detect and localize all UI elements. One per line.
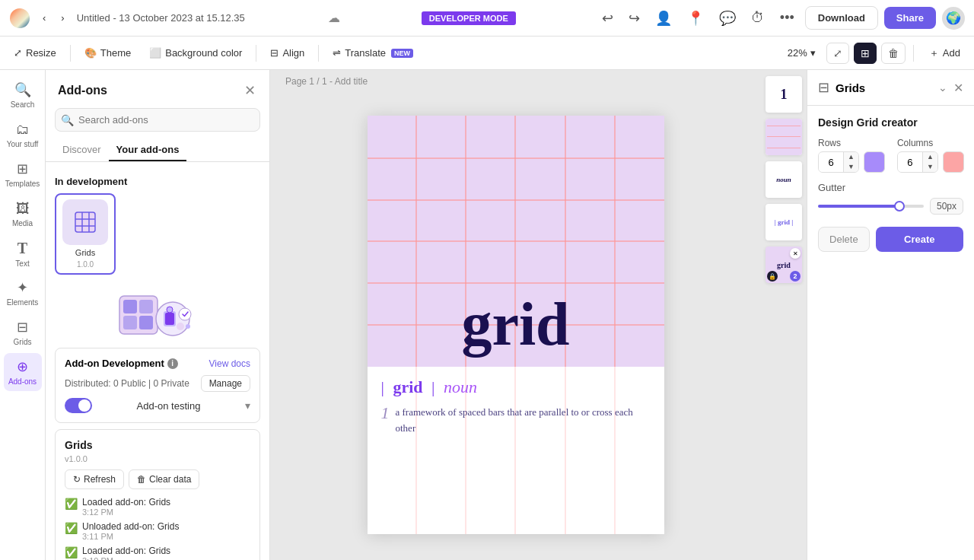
toggle-row: Add-on testing ▾ (65, 398, 250, 413)
grids-icon: ⊟ (17, 319, 28, 336)
grids-panel-chevron-btn[interactable]: ⌄ (938, 81, 947, 94)
document-title: Untitled - 13 October 2023 at 15.12.35 (77, 12, 322, 24)
addon-testing-toggle[interactable] (65, 398, 92, 413)
grids-version: v1.0.0 (65, 454, 250, 463)
sidebar-item-grids[interactable]: ⊟ Grids (4, 313, 42, 352)
new-badge: NEW (391, 49, 413, 58)
thumb-2[interactable] (766, 119, 802, 155)
search-input[interactable] (55, 108, 260, 132)
gutter-slider[interactable] (818, 205, 924, 208)
tab-your-addons[interactable]: Your add-ons (109, 139, 187, 161)
add-btn[interactable]: ＋ Add (921, 43, 968, 64)
sidebar-item-templates[interactable]: ⊞ Templates (4, 155, 42, 193)
undo-btn[interactable]: ↩ (597, 5, 618, 31)
fullscreen-btn[interactable]: ⤢ (826, 43, 849, 64)
timer-btn[interactable]: ⏱ (746, 5, 769, 30)
account-btn[interactable]: 👤 (651, 5, 676, 31)
thumb-4[interactable]: | grid | (766, 204, 802, 240)
success-icon: ✅ (65, 546, 78, 558)
thumb-1[interactable]: 1 (766, 76, 802, 113)
comments-btn[interactable]: 💬 (715, 5, 740, 31)
media-icon: 🖼 (16, 201, 30, 217)
download-button[interactable]: Download (805, 6, 878, 30)
toolbar2-right: 22% ▾ ⤢ ⊞ 🗑 ＋ Add (781, 43, 968, 64)
panel-actions: Delete Create (818, 227, 963, 252)
create-button[interactable]: Create (876, 227, 963, 252)
success-icon: ✅ (65, 522, 78, 534)
grids-section-header: Grids (65, 439, 250, 451)
theme-btn[interactable]: 🎨 Theme (77, 43, 138, 62)
close-icon[interactable]: ✕ (790, 248, 801, 259)
bg-color-icon: ⬜ (149, 47, 161, 59)
addons-close-btn[interactable]: ✕ (243, 81, 257, 100)
refresh-btn[interactable]: ↻ Refresh (65, 469, 124, 489)
avatar[interactable]: 🌍 (942, 7, 965, 30)
topbar-actions: ↩ ↪ 👤 📍 💬 ⏱ ••• Download Share 🌍 (597, 5, 965, 31)
sidebar-item-elements[interactable]: ✦ Elements (4, 274, 42, 312)
your-stuff-icon: 🗂 (16, 122, 30, 138)
resize-icon: ⤢ (14, 47, 22, 59)
thumb-3[interactable]: noun (766, 161, 802, 198)
nav-back-btn[interactable]: ‹ (37, 9, 52, 27)
canvas-area: Page 1 / 1 - Add title (270, 70, 761, 560)
delete-button[interactable]: Delete (818, 227, 870, 252)
right-thumbnails: 1 noun | grid | grid 🔒 2 ✕ (761, 70, 807, 560)
svg-point-13 (167, 307, 173, 313)
view-docs-link[interactable]: View docs (209, 358, 250, 369)
logo[interactable] (9, 8, 30, 29)
svg-rect-0 (75, 212, 95, 232)
rows-input[interactable] (819, 153, 843, 172)
addons-header: Add-ons ✕ (46, 70, 269, 108)
columns-color-swatch[interactable] (943, 151, 964, 173)
align-btn[interactable]: ⊟ Align (263, 43, 312, 62)
thumb-5[interactable]: grid 🔒 2 ✕ (766, 247, 802, 283)
sidebar-item-addons[interactable]: ⊕ Add-ons (4, 353, 42, 391)
addon-grid: Grids 1.0.0 (55, 193, 260, 275)
nav-forward-btn[interactable]: › (55, 9, 70, 27)
divider2 (256, 45, 256, 62)
zoom-control[interactable]: 22% ▾ (781, 44, 822, 62)
log-text: Loaded add-on: Grids (82, 497, 170, 508)
sidebar-item-text[interactable]: T Text (4, 234, 42, 272)
columns-input[interactable] (898, 153, 922, 172)
location-btn[interactable]: 📍 (683, 5, 708, 31)
columns-decrement-btn[interactable]: ▼ (922, 162, 937, 172)
resize-btn[interactable]: ⤢ Resize (6, 43, 64, 62)
canvas-word: grid (461, 290, 569, 359)
addons-panel: Add-ons ✕ 🔍 Discover Your add-ons In dev… (46, 70, 270, 560)
canvas-wrapper[interactable]: grid | grid (270, 90, 761, 560)
trash-btn[interactable]: 🗑 (881, 43, 906, 64)
bg-color-btn[interactable]: ⬜ Background color (142, 43, 250, 62)
success-icon: ✅ (65, 498, 78, 510)
rows-color-swatch[interactable] (864, 151, 885, 173)
svg-point-15 (177, 323, 184, 330)
count-badge: 2 (790, 271, 801, 282)
svg-rect-6 (123, 300, 137, 313)
columns-increment-btn[interactable]: ▲ (922, 152, 937, 162)
grids-addon-card[interactable]: Grids 1.0.0 (55, 193, 116, 275)
grids-addon-name: Grids (75, 248, 95, 257)
sidebar-item-search[interactable]: 🔍 Search (4, 76, 42, 114)
more-btn[interactable]: ••• (775, 5, 799, 30)
distributed-label: Distributed: 0 Public | 0 Private (65, 378, 189, 389)
sidebar-item-your-stuff[interactable]: 🗂 Your stuff (4, 116, 42, 154)
manage-btn[interactable]: Manage (201, 375, 250, 392)
grids-panel-header: ⊟ Grids ⌄ ✕ (807, 70, 974, 106)
list-item: ✅ Unloaded add-on: Grids 3:11 PM (65, 521, 250, 541)
divider1 (70, 45, 71, 62)
redo-btn[interactable]: ↪ (624, 5, 645, 31)
dev-illustration (55, 281, 260, 342)
clear-data-btn[interactable]: 🗑 Clear data (129, 469, 199, 489)
translate-btn[interactable]: ⇌ Translate NEW (325, 43, 421, 62)
share-button[interactable]: Share (884, 7, 936, 29)
rows-decrement-btn[interactable]: ▼ (843, 162, 858, 172)
sidebar-item-media[interactable]: 🖼 Media (4, 195, 42, 233)
tab-discover[interactable]: Discover (55, 139, 109, 161)
rows-increment-btn[interactable]: ▲ (843, 152, 858, 162)
left-nav: 🔍 Search 🗂 Your stuff ⊞ Templates 🖼 Medi… (0, 70, 46, 560)
grid-view-btn[interactable]: ⊞ (854, 43, 877, 64)
grids-panel-close-btn[interactable]: ✕ (953, 81, 963, 95)
canvas-number: 1 (381, 405, 390, 422)
chevron-down-icon[interactable]: ▾ (245, 399, 250, 412)
info-icon[interactable]: i (167, 358, 178, 369)
